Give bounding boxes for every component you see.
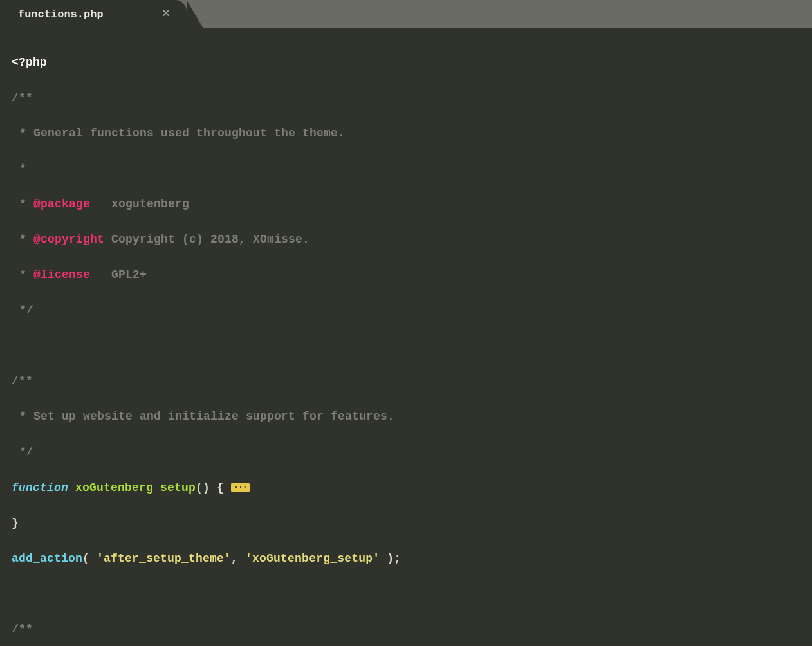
docblock-line: /** — [12, 374, 33, 387]
function-call: add_action — [12, 552, 82, 565]
brace-open: { — [210, 481, 224, 494]
doctag-package: @package — [33, 198, 90, 210]
docblock-line: * — [12, 162, 26, 175]
docblock-line: */ — [12, 445, 33, 458]
string-arg: 'xoGutenberg_setup' — [245, 552, 380, 565]
keyword-function: function — [12, 481, 68, 494]
close-icon[interactable]: × — [158, 6, 174, 22]
php-open-tag: <?php — [12, 56, 47, 69]
comma: , — [231, 552, 245, 565]
docblock-value: Copyright (c) 2018, XOmisse. — [104, 233, 309, 246]
file-tab[interactable]: functions.php × — [0, 0, 187, 28]
code-fold-icon[interactable]: ··· — [231, 483, 249, 492]
docblock-value: xogutenberg — [90, 198, 189, 210]
docblock-line: * Set up website and initialize support … — [12, 410, 394, 423]
tab-filename: functions.php — [18, 8, 104, 21]
docblock-prefix: * — [12, 233, 33, 246]
docblock-line: /** — [12, 91, 33, 104]
docblock-value: GPL2+ — [90, 268, 147, 281]
docblock-line: /** — [12, 623, 33, 636]
doctag-license: @license — [33, 268, 90, 281]
paren-close: ); — [380, 552, 401, 565]
string-arg: 'after_setup_theme' — [97, 552, 231, 565]
doctag-copyright: @copyright — [33, 233, 104, 246]
docblock-prefix: * — [12, 198, 33, 210]
docblock-line: */ — [12, 304, 33, 317]
docblock-line: * General functions used throughout the … — [12, 127, 345, 140]
brace-close: } — [12, 517, 19, 530]
parens: () — [196, 481, 210, 494]
tab-bar: functions.php × — [0, 0, 812, 28]
function-name: xoGutenberg_setup — [68, 481, 196, 494]
code-editor[interactable]: <?php /** * General functions used throu… — [0, 28, 812, 646]
docblock-prefix: * — [12, 268, 33, 281]
paren-open: ( — [82, 552, 97, 565]
